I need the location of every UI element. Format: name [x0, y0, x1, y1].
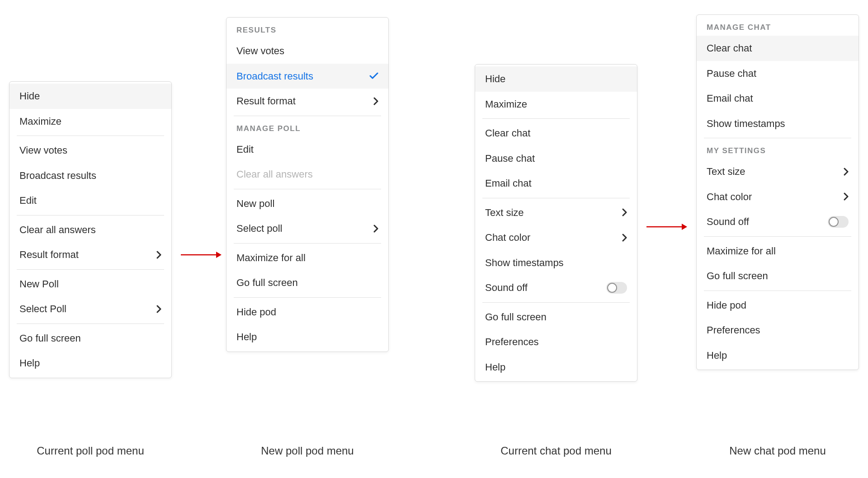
menu-item-label: Help — [236, 331, 257, 343]
divider — [17, 215, 164, 216]
section-header-results: RESULTS — [226, 19, 388, 38]
menu-item-maximize-for-all[interactable]: Maximize for all — [226, 245, 388, 271]
section-header-manage-chat: MANAGE CHAT — [697, 17, 859, 36]
menu-item-new-poll[interactable]: New Poll — [9, 272, 171, 297]
caption-current-poll: Current poll pod menu — [9, 445, 172, 458]
menu-item-maximize[interactable]: Maximize — [475, 92, 637, 117]
menu-item-label: Result format — [236, 95, 296, 108]
chevron-right-icon — [156, 251, 161, 259]
menu-item-maximize[interactable]: Maximize — [9, 109, 171, 134]
divider — [482, 302, 630, 303]
menu-item-clear-all-answers[interactable]: Clear all answers — [9, 217, 171, 243]
menu-item-select-poll[interactable]: Select poll — [226, 216, 388, 241]
new-chat-menu: MANAGE CHAT Clear chat Pause chat Email … — [696, 14, 859, 370]
menu-item-label: Maximize — [19, 115, 61, 128]
menu-item-go-full-screen[interactable]: Go full screen — [697, 263, 859, 289]
menu-item-hide[interactable]: Hide — [475, 66, 637, 92]
new-poll-menu: RESULTS View votes Broadcast results Res… — [226, 17, 389, 352]
menu-item-result-format[interactable]: Result format — [9, 242, 171, 267]
menu-item-label: Email chat — [707, 92, 753, 105]
menu-item-view-votes[interactable]: View votes — [226, 38, 388, 64]
divider — [482, 118, 630, 119]
menu-item-pause-chat[interactable]: Pause chat — [697, 61, 859, 86]
menu-item-sound-off[interactable]: Sound off — [475, 275, 637, 300]
menu-item-label: Text size — [707, 165, 745, 178]
menu-item-label: View votes — [236, 45, 284, 57]
menu-item-help[interactable]: Help — [9, 351, 171, 376]
chevron-right-icon — [622, 234, 627, 242]
menu-item-edit[interactable]: Edit — [226, 137, 388, 162]
section-header-manage-poll: MANAGE POLL — [226, 118, 388, 137]
menu-item-text-size[interactable]: Text size — [697, 159, 859, 184]
menu-item-chat-color[interactable]: Chat color — [697, 184, 859, 210]
menu-item-show-timestamps[interactable]: Show timestamps — [475, 250, 637, 276]
menu-item-hide-pod[interactable]: Hide pod — [226, 300, 388, 325]
menu-item-label: Select Poll — [19, 303, 66, 315]
menu-item-label: Text size — [485, 206, 524, 219]
menu-item-label: Sound off — [485, 281, 528, 294]
menu-item-select-poll[interactable]: Select Poll — [9, 296, 171, 322]
menu-item-label: Broadcast results — [236, 70, 313, 83]
menu-item-label: View votes — [19, 144, 67, 157]
menu-item-sound-off[interactable]: Sound off — [697, 209, 859, 234]
arrow-right-icon — [646, 222, 687, 231]
toggle-knob — [607, 283, 617, 293]
menu-item-result-format[interactable]: Result format — [226, 89, 388, 114]
menu-item-clear-chat[interactable]: Clear chat — [475, 121, 637, 146]
divider — [482, 198, 630, 198]
menu-item-help[interactable]: Help — [226, 324, 388, 350]
menu-item-label: Clear all answers — [19, 224, 96, 236]
chevron-right-icon — [622, 208, 627, 216]
menu-item-label: Pause chat — [485, 152, 535, 165]
divider — [234, 116, 381, 116]
checkmark-icon — [369, 72, 378, 80]
menu-item-label: Chat color — [485, 231, 530, 244]
menu-item-go-full-screen[interactable]: Go full screen — [475, 305, 637, 330]
menu-item-help[interactable]: Help — [697, 343, 859, 368]
menu-item-preferences[interactable]: Preferences — [475, 329, 637, 355]
menu-item-label: Hide — [19, 90, 40, 103]
menu-item-label: Broadcast results — [19, 169, 96, 182]
menu-item-label: Pause chat — [707, 67, 756, 80]
toggle-knob — [829, 217, 839, 227]
menu-item-text-size[interactable]: Text size — [475, 200, 637, 225]
divider — [17, 269, 164, 270]
menu-item-label: Go full screen — [485, 311, 547, 323]
menu-item-label: New Poll — [19, 278, 59, 291]
menu-item-broadcast-results[interactable]: Broadcast results — [226, 64, 388, 89]
menu-item-label: Sound off — [707, 216, 749, 228]
menu-item-label: Chat color — [707, 191, 752, 203]
menu-item-label: Go full screen — [707, 270, 768, 282]
menu-item-label: Hide pod — [707, 299, 746, 312]
menu-item-go-full-screen[interactable]: Go full screen — [226, 270, 388, 295]
divider — [234, 243, 381, 244]
menu-item-show-timestamps[interactable]: Show timestamps — [697, 111, 859, 136]
menu-item-label: Help — [707, 349, 727, 362]
divider — [704, 291, 851, 291]
menu-item-go-full-screen[interactable]: Go full screen — [9, 326, 171, 351]
menu-item-hide-pod[interactable]: Hide pod — [697, 293, 859, 318]
menu-item-label: New poll — [236, 197, 274, 210]
menu-item-preferences[interactable]: Preferences — [697, 318, 859, 343]
current-chat-menu: Hide Maximize Clear chat Pause chat Emai… — [475, 64, 637, 382]
menu-item-email-chat[interactable]: Email chat — [697, 86, 859, 111]
menu-item-maximize-for-all[interactable]: Maximize for all — [697, 239, 859, 264]
toggle-switch[interactable] — [606, 282, 627, 294]
menu-item-hide[interactable]: Hide — [9, 84, 171, 109]
menu-item-clear-chat[interactable]: Clear chat — [697, 36, 859, 61]
chevron-right-icon — [156, 305, 161, 313]
menu-item-new-poll[interactable]: New poll — [226, 191, 388, 216]
menu-item-email-chat[interactable]: Email chat — [475, 171, 637, 196]
menu-item-help[interactable]: Help — [475, 355, 637, 380]
menu-item-view-votes[interactable]: View votes — [9, 138, 171, 163]
menu-item-edit[interactable]: Edit — [9, 188, 171, 213]
chevron-right-icon — [844, 192, 849, 201]
caption-new-chat: New chat pod menu — [696, 445, 859, 458]
toggle-switch[interactable] — [828, 216, 849, 228]
menu-item-broadcast-results[interactable]: Broadcast results — [9, 163, 171, 188]
menu-item-chat-color[interactable]: Chat color — [475, 225, 637, 250]
menu-item-label: Help — [485, 361, 505, 374]
menu-item-pause-chat[interactable]: Pause chat — [475, 146, 637, 171]
divider — [17, 136, 164, 136]
caption-current-chat: Current chat pod menu — [475, 445, 637, 458]
